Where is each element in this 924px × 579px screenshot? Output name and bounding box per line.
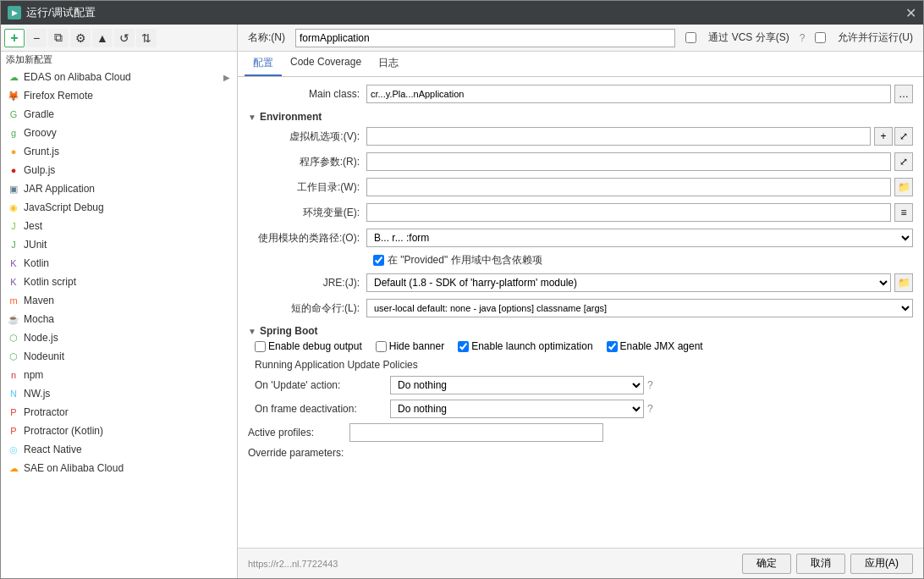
policies-section: Running Application Update Policies On '… (248, 359, 913, 418)
nav-item-10[interactable]: KKotlin (1, 254, 237, 273)
tab-bar: 配置 Code Coverage 日志 (238, 52, 923, 77)
title-icon: ▶ (8, 6, 21, 19)
nav-label-13: Mocha (24, 313, 54, 325)
nav-item-21[interactable]: ☁SAE on Alibaba Cloud (1, 459, 237, 474)
move-up-button[interactable]: ▲ (92, 29, 113, 47)
debug-output-checkbox[interactable] (255, 341, 266, 352)
on-update-select[interactable]: Do nothing Update classes and resources … (390, 376, 644, 394)
program-args-expand-button[interactable]: ⤢ (894, 152, 913, 171)
spring-boot-collapse-icon[interactable]: ▼ (248, 327, 256, 336)
nav-item-6[interactable]: ▣JAR Application (1, 179, 237, 198)
nav-item-4[interactable]: ●Grunt.js (1, 142, 237, 161)
toolbar: + − ⧉ ⚙ ▲ ↺ ⇅ (1, 25, 237, 52)
nav-icon-13: ☕ (8, 313, 19, 325)
copy-config-button[interactable]: ⧉ (48, 29, 69, 47)
restore-button[interactable]: ↺ (114, 29, 135, 47)
env-vars-browse-button[interactable]: ≡ (894, 203, 913, 222)
nav-icon-0: ☁ (8, 71, 19, 83)
nav-label-17: NW.js (24, 388, 50, 400)
nav-label-6: JAR Application (24, 183, 95, 195)
close-button[interactable]: ✕ (905, 5, 916, 21)
launch-opt-label[interactable]: Enable launch optimization (458, 340, 592, 352)
apply-button[interactable]: 应用(A) (850, 554, 913, 574)
vm-options-buttons: + ⤢ (874, 127, 913, 146)
vm-options-input[interactable] (366, 127, 871, 146)
main-class-browse-button[interactable]: … (894, 85, 913, 103)
nav-icon-2: G (8, 108, 19, 120)
remove-config-button[interactable]: − (26, 29, 47, 47)
vcs-label: 通过 VCS 分享(S) (708, 30, 789, 45)
program-args-input[interactable] (366, 152, 891, 171)
hide-banner-label[interactable]: Hide banner (376, 340, 444, 352)
short-cmd-select[interactable]: user-local default: none - java [options… (366, 299, 913, 317)
nav-label-1: Firefox Remote (24, 90, 93, 102)
debug-output-label[interactable]: Enable debug output (255, 340, 362, 352)
name-field-label: 名称:(N) (248, 30, 285, 45)
nav-item-11[interactable]: KKotlin script (1, 273, 237, 291)
jmx-checkbox[interactable] (607, 341, 618, 352)
on-frame-select-wrap: Do nothing Update classes and resources … (390, 400, 913, 418)
nav-icon-17: N (8, 388, 19, 400)
nav-item-15[interactable]: ⬡Nodeunit (1, 347, 237, 366)
cancel-button[interactable]: 取消 (796, 554, 845, 574)
nav-item-1[interactable]: 🦊Firefox Remote (1, 86, 237, 105)
working-dir-input[interactable] (366, 178, 891, 196)
on-frame-help-icon[interactable]: ? (647, 403, 653, 415)
jre-control: Default (1.8 - SDK of 'harry-platform' m… (366, 273, 913, 292)
policies-title: Running Application Update Policies (255, 359, 913, 371)
working-dir-browse-button[interactable]: 📁 (894, 178, 913, 196)
nav-item-12[interactable]: mMaven (1, 291, 237, 310)
nav-icon-19: P (8, 425, 19, 437)
nav-item-8[interactable]: JJest (1, 217, 237, 235)
active-profiles-input[interactable] (349, 423, 603, 442)
on-update-help-icon[interactable]: ? (647, 379, 653, 391)
jmx-label[interactable]: Enable JMX agent (607, 340, 703, 352)
hide-banner-checkbox[interactable] (376, 341, 387, 352)
nav-label-21: SAE on Alibaba Cloud (24, 462, 124, 474)
spring-boot-title: Spring Boot (260, 325, 318, 337)
nav-item-18[interactable]: PProtractor (1, 403, 237, 422)
config-name-input[interactable] (295, 29, 675, 47)
module-classpath-select[interactable]: B... r... :form (366, 229, 913, 247)
nav-item-2[interactable]: GGradle (1, 105, 237, 124)
main-window: ▶ 运行/调试配置 ✕ + − ⧉ ⚙ ▲ ↺ ⇅ 添加新配置 ☁EDAS on… (0, 0, 924, 579)
nav-item-0[interactable]: ☁EDAS on Alibaba Cloud▶ (1, 68, 237, 86)
vcs-help-icon[interactable]: ? (800, 32, 806, 44)
on-frame-select[interactable]: Do nothing Update classes and resources … (390, 400, 644, 418)
nav-item-19[interactable]: PProtractor (Kotlin) (1, 422, 237, 440)
env-collapse-icon[interactable]: ▼ (248, 113, 256, 122)
nav-item-20[interactable]: ◎React Native (1, 440, 237, 459)
settings-button[interactable]: ⚙ (70, 29, 91, 47)
tab-log[interactable]: 日志 (370, 52, 407, 76)
sort-button[interactable]: ⇅ (136, 29, 157, 47)
tab-config[interactable]: 配置 (245, 52, 282, 76)
main-class-label: Main class: (248, 88, 366, 100)
nav-item-14[interactable]: ⬡Node.js (1, 328, 237, 347)
nav-item-16[interactable]: nnpm (1, 366, 237, 384)
vm-expand-button[interactable]: + (874, 127, 893, 146)
main-class-input[interactable] (366, 85, 891, 103)
vm-fullscreen-button[interactable]: ⤢ (894, 127, 913, 146)
tab-coverage[interactable]: Code Coverage (282, 52, 370, 76)
nav-label-12: Maven (24, 295, 54, 306)
short-cmd-label: 短的命令行:(L): (248, 301, 366, 316)
add-config-button[interactable]: + (4, 29, 25, 47)
parallel-checkbox[interactable] (815, 32, 826, 43)
on-frame-label: On frame deactivation: (255, 403, 390, 415)
nav-item-3[interactable]: gGroovy (1, 124, 237, 142)
vcs-checkbox[interactable] (685, 32, 696, 43)
jre-select[interactable]: Default (1.8 - SDK of 'harry-platform' m… (366, 273, 891, 292)
nav-item-5[interactable]: ●Gulp.js (1, 161, 237, 179)
ok-button[interactable]: 确定 (742, 554, 791, 574)
nav-item-9[interactable]: JJUnit (1, 235, 237, 254)
module-classpath-row: 使用模块的类路径:(O): B... r... :form (248, 228, 913, 248)
nav-item-13[interactable]: ☕Mocha (1, 310, 237, 328)
nav-item-17[interactable]: NNW.js (1, 384, 237, 403)
jre-browse-button[interactable]: 📁 (894, 273, 913, 292)
nav-label-7: JavaScript Debug (24, 201, 104, 213)
provided-checkbox[interactable] (373, 255, 384, 266)
env-vars-label: 环境变量(E): (248, 206, 366, 220)
nav-item-7[interactable]: ◉JavaScript Debug (1, 198, 237, 217)
env-vars-input[interactable] (366, 203, 891, 222)
launch-opt-checkbox[interactable] (458, 341, 469, 352)
